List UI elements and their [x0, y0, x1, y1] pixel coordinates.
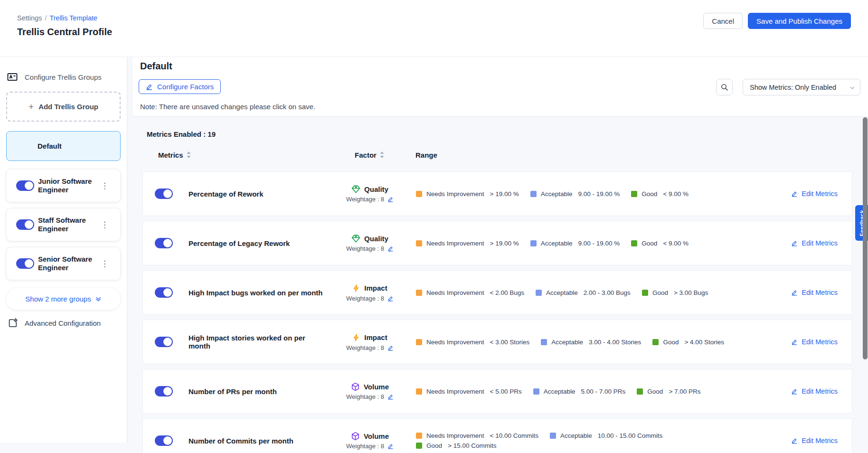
range-level-label: Good	[647, 388, 663, 395]
edit-weightage-icon[interactable]	[387, 345, 394, 351]
trellis-group-card[interactable]: Junior Software Engineer ⋮	[6, 169, 121, 202]
metric-enabled-toggle[interactable]	[155, 386, 173, 396]
show-more-groups-button[interactable]: Show 2 more groups	[6, 288, 121, 310]
selected-group-title: Default	[140, 61, 172, 72]
factor-name: Volume	[364, 383, 389, 391]
metric-name: High Impact stories worked on per month	[181, 334, 324, 350]
metric-name: Percentage of Legacy Rework	[181, 239, 324, 247]
range-level-label: Acceptable	[560, 432, 592, 439]
edit-weightage-icon[interactable]	[387, 245, 394, 252]
search-button[interactable]	[716, 79, 733, 95]
configure-factors-label: Configure Factors	[157, 83, 214, 91]
range-color-swatch	[416, 433, 422, 439]
factor-name: Impact	[364, 284, 387, 292]
edit-weightage-icon[interactable]	[387, 196, 394, 202]
group-enabled-toggle[interactable]	[16, 258, 34, 269]
kebab-menu-icon[interactable]: ⋮	[99, 219, 111, 231]
trellis-group-card[interactable]: Senior Software Engineer ⋮	[6, 247, 121, 280]
edit-metrics-link[interactable]: Edit Metrics	[791, 289, 838, 296]
range-value: < 2.00 Bugs	[490, 289, 524, 296]
range-value: > 4.00 Stories	[684, 339, 724, 346]
show-metrics-dropdown[interactable]: Show Metrics: Only Enabled	[743, 79, 860, 95]
metric-row: High Impact stories worked on per month …	[142, 320, 852, 364]
range-value: > 15.00 Commits	[448, 442, 496, 449]
range-cell: Needs Improvement > 19.00 % Acceptable 9…	[416, 240, 751, 247]
metric-enabled-toggle[interactable]	[155, 189, 173, 199]
range-item: Good > 3.00 Bugs	[642, 289, 708, 296]
factor-cell: Quality Weightage : 8	[324, 185, 416, 203]
range-item: Needs Improvement < 5.00 PRs	[416, 388, 522, 395]
breadcrumb-trellis-template[interactable]: Trellis Template	[49, 14, 97, 22]
metric-enabled-toggle[interactable]	[155, 287, 173, 298]
range-color-swatch	[416, 339, 422, 345]
factor-name: Quality	[364, 185, 388, 193]
range-level-label: Acceptable	[546, 289, 578, 296]
edit-metrics-link[interactable]: Edit Metrics	[791, 437, 838, 444]
edit-metrics-label: Edit Metrics	[802, 387, 838, 395]
metric-enabled-toggle[interactable]	[155, 238, 173, 248]
range-level-label: Needs Improvement	[426, 190, 484, 198]
group-list: Junior Software Engineer ⋮ Staff Softwar…	[0, 169, 127, 280]
advanced-configuration-label: Advanced Configuration	[25, 319, 101, 327]
toggle-knob	[163, 387, 172, 396]
metric-enabled-toggle[interactable]	[155, 337, 173, 347]
factor-name: Impact	[364, 333, 387, 341]
range-color-swatch	[416, 191, 422, 197]
factor-cell: Impact Weightage : 8	[324, 333, 416, 351]
range-color-swatch	[631, 191, 637, 197]
cube-icon	[351, 382, 360, 391]
configure-factors-button[interactable]: Configure Factors	[139, 79, 221, 94]
metric-enabled-toggle[interactable]	[155, 435, 173, 446]
sort-icon	[187, 151, 191, 158]
trellis-group-card[interactable]: Staff Software Engineer ⋮	[6, 208, 121, 241]
double-chevron-down-icon	[95, 296, 102, 302]
edit-metrics-link[interactable]: Edit Metrics	[791, 239, 838, 247]
edit-metrics-link[interactable]: Edit Metrics	[791, 190, 838, 198]
kebab-menu-icon[interactable]: ⋮	[99, 258, 111, 270]
toggle-knob	[25, 220, 33, 229]
edit-weightage-icon[interactable]	[387, 443, 394, 449]
breadcrumb-separator: /	[45, 14, 47, 22]
bolt-icon	[352, 283, 360, 293]
add-trellis-group-button[interactable]: + Add Trellis Group	[6, 92, 121, 122]
range-item: Needs Improvement < 10.00 Commits	[416, 432, 538, 439]
range-value: 10.00 - 15.00 Commits	[598, 432, 663, 439]
range-color-swatch	[416, 240, 422, 246]
range-color-swatch	[533, 388, 539, 395]
edit-weightage-icon[interactable]	[387, 394, 394, 400]
edit-weightage-icon[interactable]	[387, 295, 394, 302]
toggle-knob	[25, 181, 33, 190]
range-level-label: Acceptable	[544, 388, 576, 395]
column-header-range: Range	[415, 151, 750, 159]
range-color-swatch	[536, 290, 542, 296]
edit-metrics-link[interactable]: Edit Metrics	[791, 387, 838, 395]
factor-name: Quality	[364, 235, 388, 243]
edit-metrics-label: Edit Metrics	[802, 289, 838, 296]
metric-row: High Impact bugs worked on per month Imp…	[142, 270, 852, 315]
group-enabled-toggle[interactable]	[16, 219, 34, 230]
range-value: < 10.00 Commits	[490, 432, 538, 439]
default-group-card[interactable]: Default	[6, 131, 121, 161]
range-value: < 9.00 %	[663, 240, 689, 247]
range-level-label: Needs Improvement	[426, 240, 484, 247]
breadcrumb-settings[interactable]: Settings	[17, 14, 42, 22]
range-cell: Needs Improvement < 5.00 PRs Acceptable …	[416, 388, 751, 395]
weightage-label: Weightage : 8	[346, 393, 384, 400]
cancel-button[interactable]: Cancel	[703, 13, 743, 29]
column-header-factor[interactable]: Factor	[323, 151, 415, 159]
kebab-menu-icon[interactable]: ⋮	[99, 180, 111, 192]
vertical-scrollbar[interactable]	[863, 117, 868, 359]
range-color-swatch	[416, 290, 422, 296]
group-enabled-toggle[interactable]	[16, 180, 34, 191]
range-item: Acceptable 5.00 - 7.00 PRs	[533, 388, 626, 395]
sidebar: Configure Trellis Groups + Add Trellis G…	[0, 57, 127, 443]
range-value: > 19.00 %	[490, 190, 519, 198]
edit-metrics-link[interactable]: Edit Metrics	[791, 338, 838, 346]
toggle-knob	[163, 436, 172, 445]
toggle-knob	[163, 189, 172, 198]
advanced-configuration-item[interactable]: Advanced Configuration	[8, 318, 120, 328]
save-publish-button[interactable]: Save and Publish Changes	[748, 13, 851, 29]
column-header-metrics[interactable]: Metrics	[154, 151, 323, 159]
range-cell: Needs Improvement > 19.00 % Acceptable 9…	[416, 190, 751, 198]
table-header-row: Metrics Factor Range	[142, 148, 852, 162]
